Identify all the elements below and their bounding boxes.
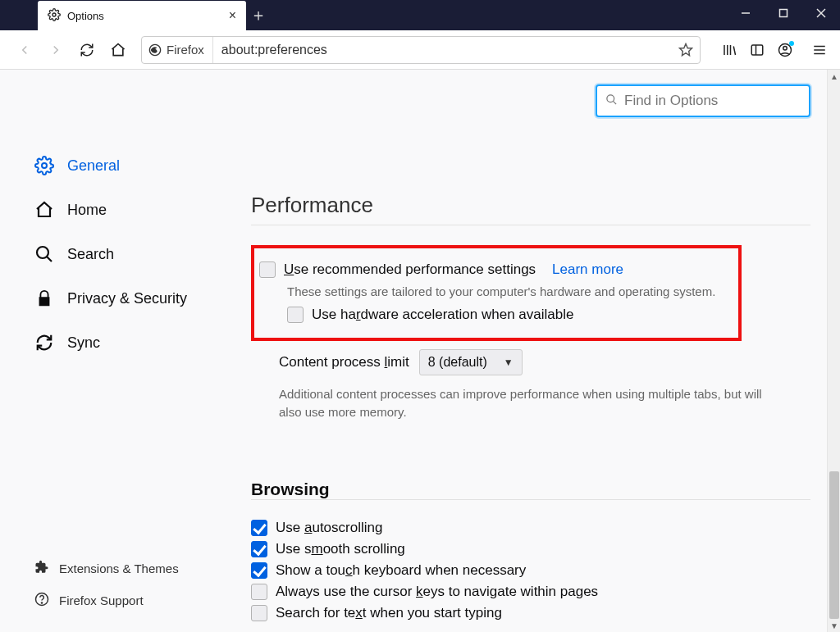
toolbar-right-icons — [717, 38, 797, 62]
link-label: Extensions & Themes — [59, 562, 179, 575]
sync-icon — [34, 333, 54, 352]
option-recommended-settings[interactable]: Use recommended performance settings Lea… — [259, 261, 728, 278]
option-hw-accel[interactable]: Use hardware acceleration when available — [259, 307, 728, 323]
reload-button[interactable] — [74, 37, 100, 63]
help-icon — [34, 592, 49, 609]
option-label: Use hardware acceleration when available — [312, 307, 573, 323]
sidebar-item-label: Sync — [67, 334, 100, 352]
categories-sidebar: General Home Search Privacy & Security S… — [0, 70, 221, 632]
account-icon[interactable] — [773, 38, 797, 62]
minimize-button[interactable] — [727, 0, 765, 26]
option-label: Always use the cursor keys to navigate w… — [276, 584, 598, 600]
svg-rect-7 — [751, 45, 763, 55]
new-tab-button[interactable]: ＋ — [246, 0, 271, 30]
library-icon[interactable] — [717, 38, 742, 62]
option-label: Use recommended performance settings — [284, 261, 536, 278]
tab-strip: Options × ＋ — [0, 0, 271, 30]
content-limit-label: Content process limit — [279, 354, 409, 371]
home-button[interactable] — [105, 37, 131, 63]
svg-point-15 — [37, 247, 48, 258]
svg-line-20 — [613, 101, 616, 104]
option-label: Use autoscrolling — [276, 520, 382, 536]
app-menu-button[interactable] — [807, 38, 832, 62]
identity-label: Firefox — [167, 43, 204, 57]
sidebar-bottom-links: Extensions & Themes Firefox Support — [34, 560, 179, 609]
browsing-section: Browsing Use autoscrolling Use smooth sc… — [251, 480, 810, 621]
firefox-support-link[interactable]: Firefox Support — [34, 592, 179, 609]
sidebars-icon[interactable] — [745, 38, 769, 62]
option-label: Show a touch keyboard when necessary — [276, 562, 526, 579]
gear-icon — [48, 8, 61, 24]
gear-icon — [34, 156, 54, 175]
svg-marker-6 — [680, 43, 692, 55]
sidebar-item-label: Privacy & Security — [67, 290, 187, 307]
checkbox-smooth-scrolling[interactable] — [251, 541, 267, 557]
firefox-icon — [148, 43, 162, 57]
option-smooth-scrolling[interactable]: Use smooth scrolling — [251, 541, 810, 557]
option-label: Search for text when you start typing — [276, 605, 502, 621]
search-options-input[interactable] — [624, 93, 801, 109]
url-bar[interactable]: Firefox — [141, 36, 701, 64]
learn-more-link[interactable]: Learn more — [552, 261, 623, 278]
svg-point-14 — [42, 163, 47, 168]
back-button[interactable] — [11, 37, 38, 63]
close-window-button[interactable] — [802, 0, 840, 26]
close-tab-icon[interactable]: × — [229, 8, 236, 23]
sidebar-item-home[interactable]: Home — [34, 188, 213, 232]
option-autoscrolling[interactable]: Use autoscrolling — [251, 520, 810, 536]
svg-point-18 — [41, 602, 42, 603]
sidebar-item-general[interactable]: General — [34, 143, 213, 188]
sidebar-item-label: Home — [67, 202, 107, 219]
lock-icon — [34, 289, 54, 308]
performance-title: Performance — [251, 193, 810, 218]
sidebar-item-search[interactable]: Search — [34, 232, 213, 276]
preferences-page: General Home Search Privacy & Security S… — [0, 70, 840, 632]
option-cursor-keys[interactable]: Always use the cursor keys to navigate w… — [251, 584, 810, 600]
tab-options[interactable]: Options × — [38, 1, 246, 30]
scroll-thumb[interactable] — [829, 471, 839, 619]
option-label: Use smooth scrolling — [276, 541, 405, 557]
tab-label: Options — [67, 10, 104, 22]
sidebar-item-privacy[interactable]: Privacy & Security — [34, 276, 213, 321]
vertical-scrollbar[interactable]: ▲ ▼ — [827, 70, 840, 632]
bookmark-star-icon[interactable] — [672, 43, 700, 57]
performance-section: Performance Use recommended performance … — [251, 193, 810, 422]
option-touch-keyboard[interactable]: Show a touch keyboard when necessary — [251, 562, 810, 579]
search-icon — [605, 93, 618, 108]
checkbox-autoscrolling[interactable] — [251, 520, 267, 536]
home-icon — [34, 200, 54, 220]
title-bar: Options × ＋ — [0, 0, 840, 30]
svg-line-16 — [47, 257, 52, 261]
checkbox-search-type[interactable] — [251, 605, 267, 621]
chevron-down-icon: ▼ — [504, 357, 514, 368]
content-limit-hint: Additional content processes can improve… — [251, 385, 776, 422]
svg-point-19 — [607, 95, 614, 102]
scroll-down-button[interactable]: ▼ — [828, 619, 840, 632]
checkbox-recommended[interactable] — [259, 261, 276, 278]
puzzle-icon — [34, 560, 49, 577]
checkbox-touch-keyboard[interactable] — [251, 562, 267, 579]
svg-point-0 — [52, 13, 56, 16]
highlight-box: Use recommended performance settings Lea… — [251, 245, 742, 341]
sidebar-item-label: General — [67, 157, 120, 175]
link-label: Firefox Support — [59, 593, 144, 607]
maximize-button[interactable] — [765, 0, 802, 26]
extensions-themes-link[interactable]: Extensions & Themes — [34, 560, 179, 577]
sidebar-item-sync[interactable]: Sync — [34, 321, 213, 365]
scroll-up-button[interactable]: ▲ — [828, 70, 840, 83]
checkbox-hw-accel[interactable] — [287, 307, 304, 323]
recommended-hint: These settings are tailored to your comp… — [259, 283, 728, 302]
content-limit-row: Content process limit 8 (default) ▼ — [251, 349, 810, 375]
forward-button[interactable] — [43, 37, 69, 63]
identity-box[interactable]: Firefox — [142, 37, 213, 63]
search-options-box[interactable] — [596, 84, 810, 117]
svg-point-10 — [783, 46, 788, 50]
svg-rect-2 — [780, 10, 788, 17]
checkbox-cursor-keys[interactable] — [251, 584, 267, 600]
content-limit-select[interactable]: 8 (default) ▼ — [419, 349, 523, 375]
select-value: 8 (default) — [428, 355, 487, 370]
separator — [251, 499, 810, 500]
search-icon — [34, 244, 54, 264]
option-search-while-typing[interactable]: Search for text when you start typing — [251, 605, 810, 621]
url-input[interactable] — [213, 43, 672, 57]
